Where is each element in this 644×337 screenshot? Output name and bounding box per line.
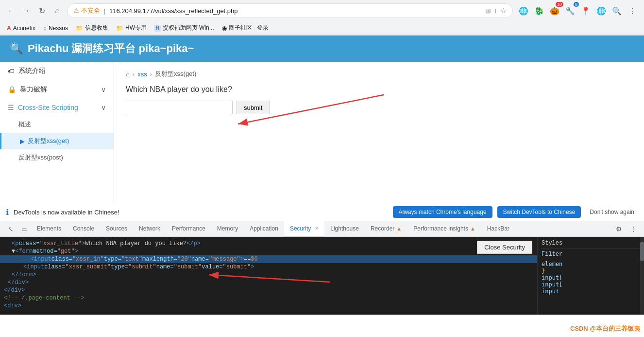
sidebar-item-brute-force[interactable]: 🔒 暴力破解 ∨: [0, 80, 114, 99]
right-panel-code-4: input[: [542, 281, 640, 288]
app-header-icon: 🔍: [10, 42, 23, 55]
address-bar-icons: ⊞ ↑ ☆: [485, 7, 507, 15]
brute-force-label: 暴力破解: [20, 85, 47, 94]
three-dots-icon: …: [23, 256, 27, 262]
app-header-title: Pikachu 漏洞练习平台 pika~pika~: [28, 41, 194, 56]
switch-chinese-button[interactable]: Switch DevTools to Chinese: [497, 206, 581, 218]
tab-hackbar[interactable]: HackBar: [481, 221, 515, 237]
xss-arrow: ∨: [101, 104, 106, 111]
right-panel-code-3: input[: [542, 274, 640, 281]
close-security-button[interactable]: Close Security: [477, 241, 532, 254]
tab-performance[interactable]: Performance: [166, 221, 211, 237]
security-warning-icon: ⚠ 不安全: [73, 6, 100, 15]
filter-label[interactable]: Filter: [542, 251, 640, 258]
devtools-body: Close Security <p class="xssr_title">Whi…: [0, 237, 644, 315]
content-title: Which NBA player do you like?: [126, 85, 632, 94]
extension2-icon[interactable]: 🎃 10: [548, 4, 561, 18]
sidebar-subitem-reflected-get[interactable]: ▶ 反射型xss(get): [0, 133, 114, 149]
tab-security[interactable]: Security ✕: [284, 221, 324, 237]
sidebar: 🏷 系统介绍 🔒 暴力破解 ∨ ☰ Cross-Site Scripting ∨…: [0, 62, 114, 203]
devtools-more-icon[interactable]: ⋮: [627, 222, 640, 236]
breadcrumb-current: 反射型xss(get): [155, 70, 196, 78]
code-line-8: <!-- /.page-content -->: [0, 294, 537, 302]
bookmark-icon[interactable]: ☆: [500, 7, 507, 15]
extension3-icon[interactable]: 🔧 8: [563, 4, 577, 18]
dont-show-button[interactable]: Don't show again: [586, 206, 638, 218]
devtools-settings-icon[interactable]: ⚙: [612, 222, 626, 236]
tab-sources[interactable]: Sources: [100, 221, 133, 237]
home-button[interactable]: ⌂: [51, 5, 63, 17]
tab-application[interactable]: Application: [244, 221, 284, 237]
tab-performance-insights[interactable]: Performance insights ▲: [407, 221, 481, 237]
security-tab-close[interactable]: ✕: [315, 226, 319, 231]
forward-button[interactable]: →: [20, 5, 32, 17]
devtools-device-icon[interactable]: ▭: [17, 222, 31, 236]
content-form: submit: [126, 101, 632, 114]
devtools-tabs: ↖ ▭ Elements Console Sources Network Per…: [0, 221, 644, 237]
translate-icon[interactable]: ⊞: [485, 7, 491, 15]
share-icon[interactable]: ↑: [494, 7, 497, 15]
right-panel-code-1: elemen: [542, 261, 640, 267]
tab-console[interactable]: Console: [67, 221, 100, 237]
browser-chrome: ← → ↻ ⌂ ⚠ 不安全 | 116.204.99.177/vul/xss/x…: [0, 0, 644, 35]
tab-memory[interactable]: Memory: [211, 221, 244, 237]
code-line-2: ▼<form method="get">: [0, 248, 537, 255]
code-line-7: </div>: [0, 286, 537, 294]
address-bar[interactable]: ⚠ 不安全 | 116.204.99.177/vul/xss/xss_refle…: [67, 3, 513, 18]
submit-button[interactable]: submit: [237, 101, 270, 114]
scrollbar-thumb: [640, 242, 644, 261]
styles-header: Styles: [542, 240, 640, 249]
sidebar-subitem-reflected-post[interactable]: 反射型xss(post): [0, 149, 114, 166]
reflected-get-marker: ▶: [20, 138, 25, 145]
translate2-icon[interactable]: 🌐: [594, 4, 608, 18]
bookmark-acunetix[interactable]: A Acunetix: [4, 24, 38, 33]
browser-actions: 🌐 🐉 🎃 10 🔧 8 📍 🌐 🔍 ⋮: [517, 4, 639, 18]
bookmarks-bar: A Acunetix ○ Nessus 📁 信息收集 📁 HW专用 H 提权辅助…: [0, 21, 644, 35]
devtools-notify: ℹ DevTools is now available in Chinese! …: [0, 203, 644, 221]
sidebar-subitem-overview[interactable]: 概述: [0, 116, 114, 133]
main-layout: 🏷 系统介绍 🔒 暴力破解 ∨ ☰ Cross-Site Scripting ∨…: [0, 62, 644, 203]
scrollbar[interactable]: [640, 237, 644, 315]
bookmark-info-collect[interactable]: 📁 信息收集: [73, 23, 111, 33]
xss-icon: ☰: [8, 104, 14, 111]
reflected-get-label: 反射型xss(get): [28, 137, 69, 145]
tab-recorder[interactable]: Recorder ▲: [365, 221, 407, 237]
devtools-cursor-icon[interactable]: ↖: [4, 222, 17, 236]
breadcrumb-home-icon[interactable]: ⌂: [126, 71, 130, 78]
profile-icon[interactable]: 🌐: [517, 4, 530, 18]
devtools-notify-text: DevTools is now available in Chinese!: [14, 209, 388, 216]
settings-icon[interactable]: ⋮: [626, 4, 639, 18]
overview-label: 概述: [18, 120, 31, 129]
sidebar-item-xss[interactable]: ☰ Cross-Site Scripting ∨: [0, 99, 114, 116]
code-line-5: </form>: [0, 271, 537, 279]
csdn-watermark: CSDN @本白的三养饭夷: [570, 324, 640, 333]
code-line-3-highlighted[interactable]: … <input class="xssr_in" type="text" max…: [0, 255, 537, 263]
reload-button[interactable]: ↻: [36, 5, 48, 17]
breadcrumb-xss-link[interactable]: xss: [137, 71, 147, 78]
code-line-4: <input class="xssr_submit" type="submit"…: [0, 263, 537, 271]
tab-elements[interactable]: Elements: [31, 221, 67, 237]
sidebar-item-intro[interactable]: 🏷 系统介绍: [0, 62, 114, 80]
search2-icon[interactable]: 🔍: [610, 4, 624, 18]
location-icon[interactable]: 📍: [579, 4, 593, 18]
extension1-icon[interactable]: 🐉: [532, 4, 546, 18]
app-header: 🔍 Pikachu 漏洞练习平台 pika~pika~: [0, 35, 644, 62]
recorder-warn-icon: ▲: [396, 226, 402, 231]
tab-network[interactable]: Network: [133, 221, 166, 237]
player-input[interactable]: [126, 101, 233, 114]
code-line-6: </div>: [0, 279, 537, 286]
brute-force-arrow: ∨: [101, 86, 106, 93]
content-area: ⌂ › xss › 反射型xss(get) Which NBA player d…: [114, 62, 644, 203]
reflected-post-label: 反射型xss(post): [18, 153, 63, 162]
tab-lighthouse[interactable]: Lighthouse: [324, 221, 365, 237]
match-language-button[interactable]: Always match Chrome's language: [393, 206, 492, 218]
devtools-info-icon: ℹ: [6, 208, 9, 217]
devtools-code-panel: <p class="xssr_title">Which NBA player d…: [0, 237, 537, 315]
bookmark-hw-special[interactable]: 📁 HW专用: [113, 23, 150, 33]
bookmark-quanzi[interactable]: ◉ 圈子社区 - 登录: [219, 23, 272, 33]
back-button[interactable]: ←: [5, 5, 17, 17]
bookmark-privilege-helper[interactable]: H 提权辅助网页 Win...: [152, 23, 217, 33]
bookmark-nessus[interactable]: ○ Nessus: [40, 24, 71, 33]
breadcrumb: ⌂ › xss › 反射型xss(get): [126, 70, 632, 78]
tag-icon: 🏷: [8, 67, 15, 75]
